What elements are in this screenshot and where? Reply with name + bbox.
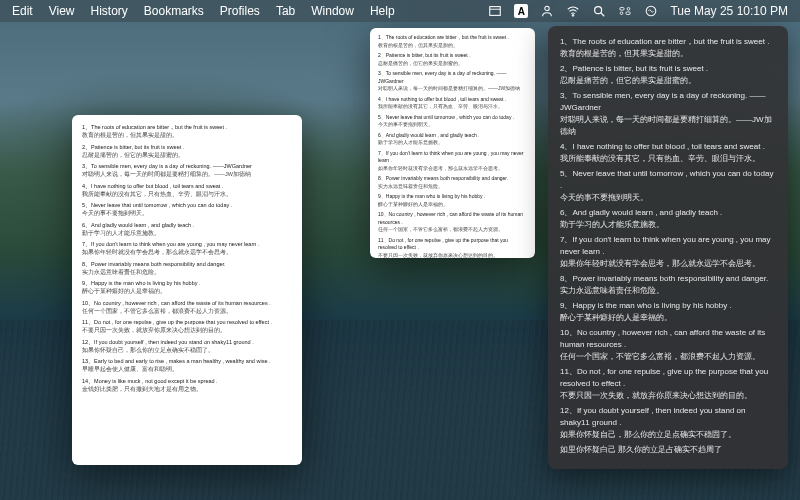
menu-profiles[interactable]: Profiles [220, 4, 260, 18]
quote-item: 6、And gladly would learn , and gladly te… [378, 132, 527, 147]
quote-item: 14、Money is like muck , not good except … [82, 377, 292, 394]
quote-item: 8、Power invariably means both responsibi… [82, 260, 292, 277]
quote-item: 1、The roots of education are bitter，but … [82, 123, 292, 140]
menu-bookmarks[interactable]: Bookmarks [144, 4, 204, 18]
quote-item: 10、No country , however rich , can affor… [378, 211, 527, 234]
svg-line-5 [601, 13, 605, 17]
user-icon[interactable] [540, 4, 554, 18]
quote-item: 8、Power invariably means both responsibi… [378, 175, 527, 190]
tooltip-quote-item: 9、Happy is the man who is living by his … [560, 300, 776, 324]
siri-icon[interactable] [644, 4, 658, 18]
quote-item: 4、I have nothing to offer but blood , to… [378, 96, 527, 111]
app-tray-icon[interactable] [488, 4, 502, 18]
menu-history[interactable]: History [90, 4, 127, 18]
quote-item: 5、Never leave that until tomorrow , whic… [378, 114, 527, 129]
svg-point-3 [573, 15, 575, 17]
quote-item: 3、To sensible men, every day is a day of… [378, 70, 527, 93]
quote-item: 11、Do not , for one repulse , give up th… [82, 318, 292, 335]
svg-rect-7 [626, 12, 630, 15]
quote-item: 7、If you don't learn to think when you a… [378, 150, 527, 173]
search-icon[interactable] [592, 4, 606, 18]
menu-tab[interactable]: Tab [276, 4, 295, 18]
quote-item: 9、Happy is the man who is living by his … [378, 193, 527, 208]
control-center-icon[interactable] [618, 4, 632, 18]
tooltip-quote-item: 3、To sensible men, every day is a day of… [560, 90, 776, 138]
menu-help[interactable]: Help [370, 4, 395, 18]
menubar: Edit View History Bookmarks Profiles Tab… [0, 0, 800, 22]
svg-point-8 [621, 12, 624, 15]
quote-item: 4、I have nothing to offer but blood , to… [82, 182, 292, 199]
menubar-app-menus: Edit View History Bookmarks Profiles Tab… [12, 4, 395, 18]
input-source-icon[interactable]: A [514, 4, 528, 18]
quote-item: 10、No country , however rich , can affor… [82, 299, 292, 316]
wifi-icon[interactable] [566, 4, 580, 18]
tooltip-quote-item: 11、Do not , for one repulse , give up th… [560, 366, 776, 402]
tooltip-quote-item: 7、If you don't learn to think when you a… [560, 234, 776, 270]
tooltip-quote-item: 2、Patience is bitter, but its fruit is s… [560, 63, 776, 87]
tooltip-tail: 如里你怀疑白己 那久你的立足占确实不趋周了 [560, 444, 776, 456]
quote-item: 3、To sensible men, every day is a day of… [82, 162, 292, 179]
notification-tooltip: 1、The roots of education are bitter，but … [548, 26, 788, 469]
tooltip-quote-item: 12、If you doubt yourself , then indeed y… [560, 405, 776, 441]
quote-item: 9、Happy is the man who is living by his … [82, 279, 292, 296]
text-window-center[interactable]: 1、The roots of education are bitter，but … [370, 28, 535, 258]
quote-item: 2、Patience is bitter, but its fruit is s… [378, 52, 527, 67]
quote-item: 6、And gladly would learn , and gladly te… [82, 221, 292, 238]
quote-item: 1、The roots of education are bitter，but … [378, 34, 527, 49]
svg-rect-6 [620, 8, 624, 11]
svg-point-4 [595, 7, 602, 14]
quote-item: 11、Do not , for one repulse , give up th… [378, 237, 527, 259]
quote-item: 5、Never leave that until tomorrow , whic… [82, 201, 292, 218]
tooltip-quote-item: 8、Power invariably means both responsibi… [560, 273, 776, 297]
menubar-status: A Tue May 25 10:10 PM [488, 4, 788, 18]
menubar-datetime[interactable]: Tue May 25 10:10 PM [670, 4, 788, 18]
quote-item: 2、Patience is bitter, but its fruit is s… [82, 143, 292, 160]
quote-item: 13、Early to bed and early to rise , make… [82, 357, 292, 374]
svg-point-9 [628, 8, 631, 11]
tooltip-quote-item: 5、Never leave that until tomorrow , whic… [560, 168, 776, 204]
tooltip-quote-item: 1、The roots of education are bitter，but … [560, 36, 776, 60]
text-window-left[interactable]: 1、The roots of education are bitter，but … [72, 115, 302, 465]
quote-item: 12、If you doubt yourself , then indeed y… [82, 338, 292, 355]
tooltip-quote-item: 10、No country , however rich , can affor… [560, 327, 776, 363]
menu-edit[interactable]: Edit [12, 4, 33, 18]
tooltip-quote-item: 4、I have nothing to offer but blood , to… [560, 141, 776, 165]
menu-view[interactable]: View [49, 4, 75, 18]
svg-rect-0 [490, 7, 501, 16]
tooltip-quote-item: 6、And gladly would learn , and gladly te… [560, 207, 776, 231]
quote-item: 7、If you don't learn to think when you a… [82, 240, 292, 257]
svg-point-2 [545, 6, 549, 10]
menu-window[interactable]: Window [311, 4, 354, 18]
